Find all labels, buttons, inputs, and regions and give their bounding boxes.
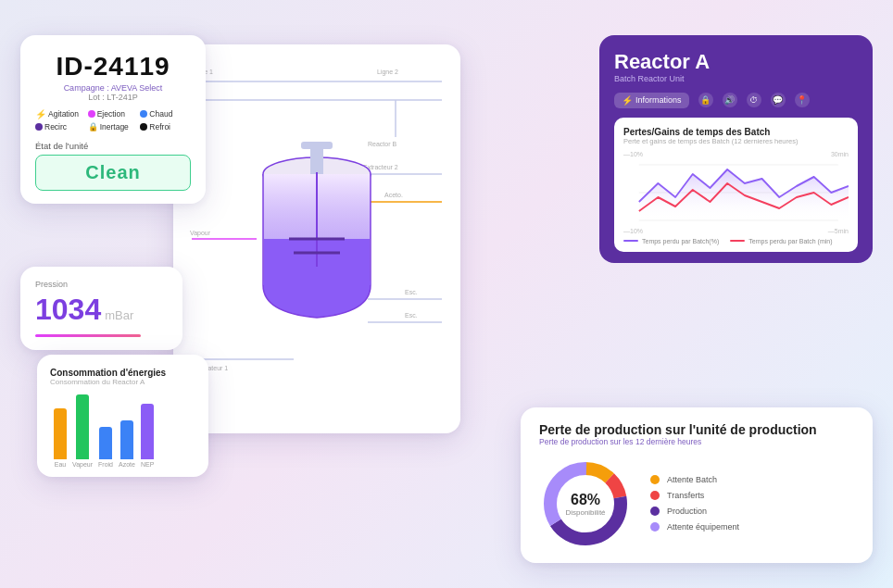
production-content: 68% Disponibilité Attente Batch Transfer… bbox=[539, 457, 854, 550]
chart-y-left: —10% —10% bbox=[623, 151, 643, 234]
timer-icon[interactable]: ⏱ bbox=[747, 93, 761, 107]
dot-attente-batch bbox=[650, 475, 660, 484]
chart-legend: Temps perdu par Batch(%) Temps perdu par… bbox=[623, 238, 849, 244]
bar-nep bbox=[141, 404, 154, 459]
bar-chart: Eau Vapeur Froid Azote NEP bbox=[50, 394, 195, 468]
energy-sub: Consommation du Reactor A bbox=[50, 378, 195, 386]
tag-inertage: 🔒 Inertage bbox=[88, 122, 139, 131]
production-sub: Perte de production sur les 12 dernière … bbox=[539, 437, 854, 446]
bar-froid bbox=[99, 427, 112, 459]
legend-item-1: Temps perdu par Batch(%) bbox=[623, 238, 719, 244]
tag-list: ⚡ Agitation Ejection Chaud Recirc 🔒 Iner… bbox=[35, 109, 191, 131]
dot-production bbox=[650, 507, 660, 516]
tag-chaud: Chaud bbox=[140, 109, 191, 119]
batch-chart-area: Pertes/Gains de temps des Batch Perte et… bbox=[614, 118, 858, 252]
legend-line-purple bbox=[623, 240, 638, 242]
svg-text:Vapour: Vapour bbox=[190, 230, 211, 237]
donut-label: Disponibilité bbox=[565, 507, 605, 516]
pression-bar bbox=[35, 334, 141, 337]
reactor-sub: Batch Reactor Unit bbox=[614, 74, 858, 83]
energy-card: Consommation d'énergies Consommation du … bbox=[37, 355, 208, 477]
production-legend: Attente Batch Transferts Production Atte… bbox=[650, 475, 739, 532]
production-title: Perte de production sur l'unité de produ… bbox=[539, 422, 854, 437]
svg-rect-26 bbox=[310, 146, 323, 174]
batch-sub: Perte et gains de temps des Batch (12 de… bbox=[623, 137, 849, 145]
sound-icon[interactable]: 🔊 bbox=[723, 93, 737, 107]
legend-attente-equip: Attente équipement bbox=[650, 522, 739, 532]
pression-unit: mBar bbox=[105, 308, 133, 322]
id-title: ID-24119 bbox=[35, 52, 191, 81]
tag-agitation: ⚡ Agitation bbox=[35, 109, 86, 119]
svg-text:Esc.: Esc. bbox=[405, 312, 418, 319]
bar-azote bbox=[120, 420, 133, 459]
id-card: ID-24119 Campagne : AVEVA Select Lot : L… bbox=[20, 35, 206, 204]
bar-group-vapeur: Vapeur bbox=[72, 394, 93, 468]
reactor-card: Reactor A Batch Reactor Unit ⚡ Informati… bbox=[599, 35, 873, 263]
bar-eau bbox=[54, 408, 67, 459]
etat-label: État de l'unité bbox=[35, 141, 191, 151]
bar-group-nep: NEP bbox=[141, 404, 154, 468]
bar-vapeur bbox=[76, 394, 89, 459]
pression-value: 1034 mBar bbox=[35, 293, 168, 327]
lot-label: Lot : LT-241P bbox=[35, 93, 191, 102]
schematic-svg: Ligne 1 Ligne 2 Reactor B Extracteur 2 A… bbox=[182, 54, 451, 424]
energy-title: Consommation d'énergies bbox=[50, 368, 195, 378]
bar-group-froid: Froid bbox=[98, 427, 113, 468]
legend-transferts: Transferts bbox=[650, 491, 739, 500]
schematic-card: Ligne 1 Ligne 2 Reactor B Extracteur 2 A… bbox=[173, 44, 460, 433]
legend-attente-batch: Attente Batch bbox=[650, 475, 739, 484]
batch-title: Pertes/Gains de temps des Batch bbox=[623, 127, 849, 137]
donut-chart: 68% Disponibilité bbox=[539, 457, 632, 550]
production-card: Perte de production sur l'unité de produ… bbox=[521, 407, 873, 563]
pression-card: Pression 1034 mBar bbox=[20, 267, 182, 350]
reactor-title: Reactor A bbox=[614, 50, 858, 74]
chat-icon[interactable]: 💬 bbox=[771, 93, 786, 107]
info-button[interactable]: ⚡ Informations bbox=[614, 93, 689, 108]
tag-refroi: Refroi bbox=[140, 122, 191, 131]
svg-text:Reactor B: Reactor B bbox=[368, 141, 396, 147]
svg-text:Esc.: Esc. bbox=[405, 289, 418, 295]
donut-center: 68% Disponibilité bbox=[565, 491, 605, 516]
pression-label: Pression bbox=[35, 280, 168, 289]
tag-recirc: Recirc bbox=[35, 122, 86, 131]
bar-group-eau: Eau bbox=[54, 408, 67, 468]
location-icon[interactable]: 📍 bbox=[795, 93, 810, 107]
legend-line-red bbox=[730, 240, 745, 242]
dot-attente-equip bbox=[650, 522, 660, 532]
reactor-icons: ⚡ Informations 🔒 🔊 ⏱ 💬 📍 bbox=[614, 93, 858, 108]
svg-text:Ligne 2: Ligne 2 bbox=[377, 69, 398, 76]
donut-pct: 68% bbox=[565, 491, 605, 507]
tag-ejection: Ejection bbox=[88, 109, 139, 119]
dashboard: ID-24119 Campagne : AVEVA Select Lot : L… bbox=[20, 17, 873, 572]
bar-group-azote: Azote bbox=[119, 420, 135, 468]
lock-icon[interactable]: 🔒 bbox=[698, 93, 713, 107]
svg-rect-27 bbox=[301, 142, 333, 149]
chart-y-right: 30min —5min bbox=[828, 151, 849, 234]
chart-area: —10% —10% 30min —5min bbox=[623, 151, 849, 234]
clean-badge: Clean bbox=[35, 155, 191, 191]
batch-chart-svg bbox=[623, 151, 849, 234]
legend-item-2: Temps perdu par Batch (min) bbox=[730, 238, 832, 244]
legend-production: Production bbox=[650, 507, 739, 516]
svg-text:Aceto.: Aceto. bbox=[384, 192, 403, 198]
dot-transferts bbox=[650, 491, 660, 500]
campaign-label: Campagne : AVEVA Select bbox=[35, 83, 191, 93]
